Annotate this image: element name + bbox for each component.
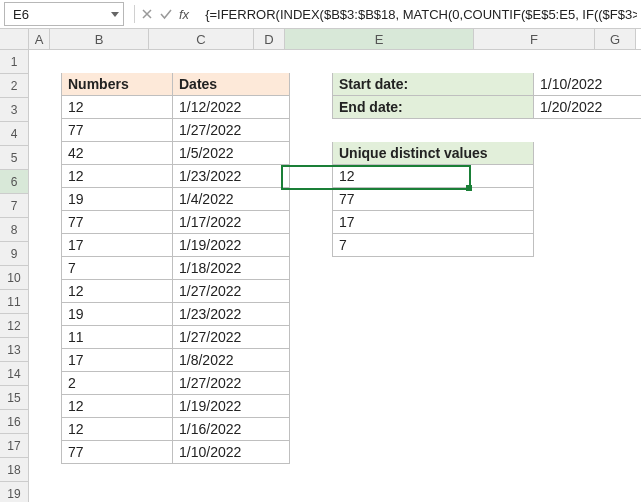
table-header[interactable]: Unique distinct values: [332, 142, 534, 165]
data-cell[interactable]: 77: [61, 441, 173, 464]
row-header[interactable]: 7: [0, 194, 29, 218]
data-cell[interactable]: 1/18/2022: [173, 257, 290, 280]
row-header[interactable]: 14: [0, 362, 29, 386]
row-header[interactable]: 16: [0, 410, 29, 434]
data-cell[interactable]: 2: [61, 372, 173, 395]
row-header[interactable]: 12: [0, 314, 29, 338]
param-label[interactable]: End date:: [332, 96, 534, 119]
select-all-triangle[interactable]: [0, 29, 29, 49]
row-header[interactable]: 11: [0, 290, 29, 314]
row-header[interactable]: 17: [0, 434, 29, 458]
param-label[interactable]: Start date:: [332, 73, 534, 96]
chevron-down-icon: [111, 12, 119, 17]
result-cell[interactable]: 12: [332, 165, 534, 188]
cell-area[interactable]: Numbers Dates Start date: 1/10/2022 12 1…: [29, 50, 641, 502]
col-header[interactable]: G: [595, 29, 636, 49]
row-header[interactable]: 10: [0, 266, 29, 290]
data-cell[interactable]: 12: [61, 280, 173, 303]
fx-icon[interactable]: fx: [179, 7, 189, 22]
param-value[interactable]: 1/20/2022: [534, 96, 641, 119]
data-cell[interactable]: 11: [61, 326, 173, 349]
row-header[interactable]: 6: [0, 170, 29, 194]
data-cell[interactable]: 1/19/2022: [173, 395, 290, 418]
data-cell[interactable]: 1/27/2022: [173, 119, 290, 142]
data-cell[interactable]: 1/8/2022: [173, 349, 290, 372]
data-cell[interactable]: 7: [61, 257, 173, 280]
data-cell[interactable]: 1/5/2022: [173, 142, 290, 165]
data-cell[interactable]: 1/27/2022: [173, 372, 290, 395]
data-cell[interactable]: 1/23/2022: [173, 303, 290, 326]
col-header[interactable]: E: [285, 29, 474, 49]
result-cell[interactable]: 17: [332, 211, 534, 234]
col-header[interactable]: C: [149, 29, 254, 49]
formula-bar: E6 fx {=IFERROR(INDEX($B$3:$B$18, MATCH(…: [0, 0, 641, 29]
data-cell[interactable]: 77: [61, 211, 173, 234]
formula-buttons: fx: [128, 5, 195, 23]
column-headers: A B C D E F G: [0, 29, 641, 50]
data-cell[interactable]: 1/17/2022: [173, 211, 290, 234]
data-cell[interactable]: 1/19/2022: [173, 234, 290, 257]
data-cell[interactable]: 1/4/2022: [173, 188, 290, 211]
result-cell[interactable]: 7: [332, 234, 534, 257]
result-cell[interactable]: 77: [332, 188, 534, 211]
data-cell[interactable]: 17: [61, 349, 173, 372]
data-cell[interactable]: 17: [61, 234, 173, 257]
data-cell[interactable]: 12: [61, 395, 173, 418]
cancel-icon[interactable]: [141, 8, 153, 20]
row-header[interactable]: 4: [0, 122, 29, 146]
table-header[interactable]: Dates: [173, 73, 290, 96]
data-cell[interactable]: 19: [61, 188, 173, 211]
param-value[interactable]: 1/10/2022: [534, 73, 641, 96]
data-cell[interactable]: 1/10/2022: [173, 441, 290, 464]
enter-icon[interactable]: [159, 8, 173, 20]
col-header[interactable]: D: [254, 29, 285, 49]
data-cell[interactable]: 19: [61, 303, 173, 326]
row-header[interactable]: 15: [0, 386, 29, 410]
row-header[interactable]: 3: [0, 98, 29, 122]
name-box[interactable]: E6: [4, 2, 124, 26]
row-header[interactable]: 9: [0, 242, 29, 266]
col-header[interactable]: B: [50, 29, 149, 49]
col-header[interactable]: F: [474, 29, 595, 49]
data-cell[interactable]: 12: [61, 96, 173, 119]
row-header[interactable]: 8: [0, 218, 29, 242]
table-header[interactable]: Numbers: [61, 73, 173, 96]
data-cell[interactable]: 12: [61, 418, 173, 441]
data-cell[interactable]: 77: [61, 119, 173, 142]
data-cell[interactable]: 1/23/2022: [173, 165, 290, 188]
row-header[interactable]: 13: [0, 338, 29, 362]
row-header[interactable]: 18: [0, 458, 29, 482]
row-header[interactable]: 19: [0, 482, 29, 502]
data-cell[interactable]: 1/27/2022: [173, 280, 290, 303]
col-header[interactable]: A: [29, 29, 50, 49]
data-cell[interactable]: 1/16/2022: [173, 418, 290, 441]
row-header[interactable]: 5: [0, 146, 29, 170]
data-cell[interactable]: 42: [61, 142, 173, 165]
row-header[interactable]: 2: [0, 74, 29, 98]
grid: A B C D E F G 1 2 3 4 5 6 7 8 9 10 11 12…: [0, 29, 641, 502]
data-cell[interactable]: 1/12/2022: [173, 96, 290, 119]
row-header[interactable]: 1: [0, 50, 29, 74]
data-cell[interactable]: 1/27/2022: [173, 326, 290, 349]
row-headers: 1 2 3 4 5 6 7 8 9 10 11 12 13 14 15 16 1…: [0, 50, 29, 502]
formula-input[interactable]: {=IFERROR(INDEX($B$3:$B$18, MATCH(0,COUN…: [199, 3, 637, 25]
active-cell-ref: E6: [13, 7, 29, 22]
data-cell[interactable]: 12: [61, 165, 173, 188]
